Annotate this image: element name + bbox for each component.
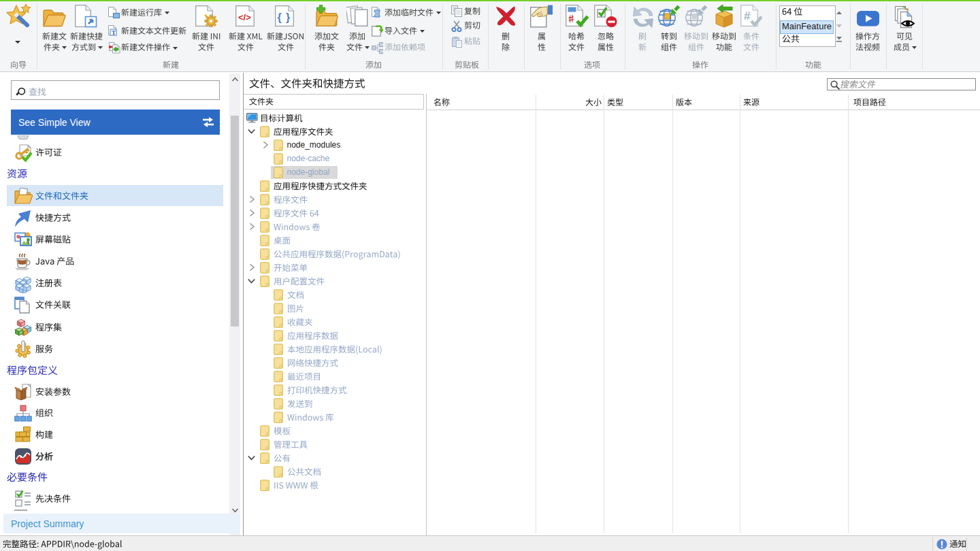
svg-text:</>: </>	[238, 12, 251, 22]
svg-text:{: {	[278, 12, 282, 23]
svg-text:}: }	[286, 12, 290, 23]
svg-text:T: T	[112, 29, 116, 36]
svg-text:#: #	[744, 10, 751, 22]
